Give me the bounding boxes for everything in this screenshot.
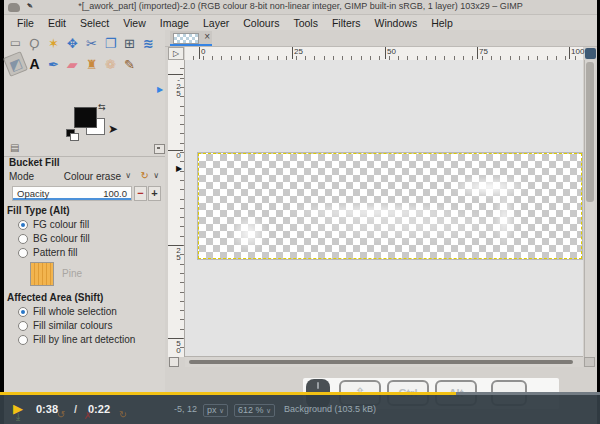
fill-type-fg-option[interactable]: FG colour fill bbox=[18, 219, 89, 232]
clone-tool-icon[interactable]: ♜ bbox=[82, 54, 101, 74]
paintbrush-tool-icon[interactable]: ✎ bbox=[120, 54, 139, 74]
fuzzy-select-tool-icon[interactable]: ✶ bbox=[44, 33, 63, 53]
menu-windows[interactable]: Windows bbox=[368, 17, 425, 29]
cancel-icon: ✗ bbox=[84, 410, 92, 421]
vertical-scrollbar-thumb[interactable] bbox=[586, 62, 594, 202]
v-ruler-label-50: 50 bbox=[168, 338, 183, 353]
menu-tools[interactable]: Tools bbox=[286, 17, 325, 29]
unit-value: px bbox=[207, 405, 217, 415]
affected-similar-colours-label: Fill similar colours bbox=[33, 320, 112, 331]
radio-selected-icon[interactable] bbox=[18, 220, 28, 230]
transparent-image-content bbox=[199, 154, 581, 258]
fill-type-pattern-label: Pattern fill bbox=[33, 247, 77, 258]
menu-view[interactable]: View bbox=[116, 17, 153, 29]
time-separator: / bbox=[74, 403, 77, 415]
affected-line-art-option[interactable]: Fill by line art detection bbox=[18, 334, 135, 347]
radio-icon[interactable] bbox=[18, 248, 28, 258]
menu-layer[interactable]: Layer bbox=[196, 17, 236, 29]
dock-arrow-icon[interactable]: ▶ bbox=[157, 85, 163, 94]
scissors-select-tool-icon[interactable]: ✂ bbox=[82, 33, 101, 53]
gimp-window: ✒ *[_awork_part] (imported)-2.0 (RGB col… bbox=[4, 0, 597, 424]
menu-image[interactable]: Image bbox=[153, 17, 196, 29]
menu-select[interactable]: Select bbox=[73, 17, 116, 29]
pattern-swatch[interactable] bbox=[30, 262, 54, 286]
free-select-tool-icon[interactable]: Ϙ bbox=[23, 31, 46, 55]
tab-close-icon[interactable]: × bbox=[204, 31, 210, 42]
unit-dropdown[interactable]: px ∨ bbox=[203, 404, 228, 417]
fill-type-pattern-option[interactable]: Pattern fill bbox=[18, 247, 77, 260]
pattern-name: Pine bbox=[62, 268, 82, 279]
crop-tool-icon[interactable]: ⊞ bbox=[120, 33, 139, 53]
zoom-value: 612 % bbox=[238, 405, 264, 415]
pointer-coordinates: -5, 12 bbox=[174, 404, 197, 414]
menu-file[interactable]: File bbox=[10, 17, 41, 29]
text-tool-icon[interactable]: A bbox=[25, 54, 44, 74]
fill-type-bg-option[interactable]: BG colour fill bbox=[18, 233, 90, 246]
perspective-tool-icon[interactable]: ❐ bbox=[101, 33, 120, 53]
horizontal-scrollbar-thumb[interactable] bbox=[189, 360, 573, 364]
h-ruler-label-50: 50 bbox=[385, 47, 396, 59]
quick-mask-toggle[interactable] bbox=[169, 357, 179, 367]
fill-type-fg-label: FG colour fill bbox=[33, 219, 89, 230]
horizontal-scrollbar[interactable] bbox=[185, 356, 583, 367]
opacity-decrease-button[interactable]: − bbox=[134, 186, 147, 201]
image-menu-button[interactable]: ▷ bbox=[168, 47, 184, 60]
foreground-color-swatch[interactable] bbox=[74, 107, 97, 128]
dock-menu-button[interactable] bbox=[154, 144, 165, 154]
toolbox-row-1: ▭ Ϙ ✶ ✥ ✂ ❐ ⊞ ≋ bbox=[6, 33, 158, 53]
image-layer[interactable] bbox=[198, 153, 582, 259]
radio-icon[interactable] bbox=[18, 335, 28, 345]
tool-options-title: Bucket Fill bbox=[9, 157, 60, 168]
menu-edit[interactable]: Edit bbox=[41, 17, 73, 29]
tool-options-tab-icon[interactable]: ▤ bbox=[10, 142, 19, 153]
menu-bar: File Edit Select View Image Layer Colour… bbox=[4, 15, 597, 30]
mode-reset-icon[interactable]: ↻ bbox=[141, 170, 149, 181]
v-ruler-label-0: 0 bbox=[168, 150, 183, 158]
navigation-button[interactable] bbox=[584, 357, 595, 367]
fill-type-label: Fill Type (Alt) bbox=[7, 205, 70, 216]
mode-label: Mode bbox=[9, 171, 34, 182]
zoom-chevron-icon: ∨ bbox=[266, 407, 271, 414]
menu-help[interactable]: Help bbox=[424, 17, 460, 29]
move-tool-icon[interactable]: ✥ bbox=[63, 33, 82, 53]
toolbox-row-2: ◩ A ✒ ▰ ♜ ❁ ✎ bbox=[6, 54, 139, 74]
radio-icon[interactable] bbox=[18, 321, 28, 331]
zoom-dropdown[interactable]: 612 % ∨ bbox=[234, 404, 275, 417]
default-colors-icon-bg bbox=[70, 133, 79, 141]
mouse-cursor: ➤ bbox=[108, 122, 118, 136]
swap-colors-icon[interactable]: ⇆ bbox=[98, 102, 106, 112]
affected-area-label: Affected Area (Shift) bbox=[7, 292, 103, 303]
warp-tool-icon[interactable]: ≋ bbox=[139, 33, 158, 53]
undo-icon: ↺ bbox=[57, 409, 65, 420]
smudge-tool-icon[interactable]: ❁ bbox=[101, 54, 120, 74]
h-ruler-label-25: 25 bbox=[292, 47, 303, 59]
canvas-area: × ▷ 0 25 50 75 100 -25 0 25 50 ▶ bbox=[165, 30, 597, 396]
opacity-increase-button[interactable]: + bbox=[148, 186, 161, 201]
affected-similar-colours-option[interactable]: Fill similar colours bbox=[18, 320, 112, 333]
ink-tool-icon[interactable]: ✒ bbox=[44, 54, 63, 74]
mode-value[interactable]: Colour erase bbox=[64, 171, 121, 182]
h-ruler-label-100: 100 bbox=[569, 47, 584, 59]
image-tab-strip: × bbox=[165, 30, 597, 47]
mode-reset-chevron-icon[interactable]: ∨ bbox=[153, 171, 159, 180]
menu-colours[interactable]: Colours bbox=[236, 17, 286, 29]
eraser-tool-icon[interactable]: ▰ bbox=[61, 54, 84, 74]
mode-row: Mode Colour erase ∨ ↻ ∨ bbox=[9, 171, 161, 184]
opacity-slider[interactable]: Opacity 100.0 bbox=[12, 186, 132, 201]
canvas-viewport[interactable] bbox=[185, 60, 583, 357]
affected-line-art-label: Fill by line art detection bbox=[33, 334, 135, 345]
screen: ✒ *[_awork_part] (imported)-2.0 (RGB col… bbox=[0, 0, 600, 424]
opacity-value[interactable]: 100.0 bbox=[103, 188, 127, 199]
window-title: *[_awork_part] (imported)-2.0 (RGB colou… bbox=[4, 1, 597, 11]
radio-icon[interactable] bbox=[18, 234, 28, 244]
horizontal-ruler[interactable]: 0 25 50 75 100 bbox=[185, 47, 583, 61]
menu-filters[interactable]: Filters bbox=[325, 17, 368, 29]
radio-selected-icon[interactable] bbox=[18, 307, 28, 317]
v-ruler-label-25: 25 bbox=[168, 245, 183, 260]
affected-whole-selection-option[interactable]: Fill whole selection bbox=[18, 306, 117, 319]
zoom-follow-window-button[interactable] bbox=[585, 48, 596, 59]
mode-chevron-icon[interactable]: ∨ bbox=[125, 171, 131, 180]
vertical-scrollbar[interactable] bbox=[584, 60, 595, 357]
vertical-ruler[interactable]: -25 0 25 50 ▶ bbox=[168, 60, 185, 357]
image-tab[interactable]: × bbox=[170, 31, 212, 46]
